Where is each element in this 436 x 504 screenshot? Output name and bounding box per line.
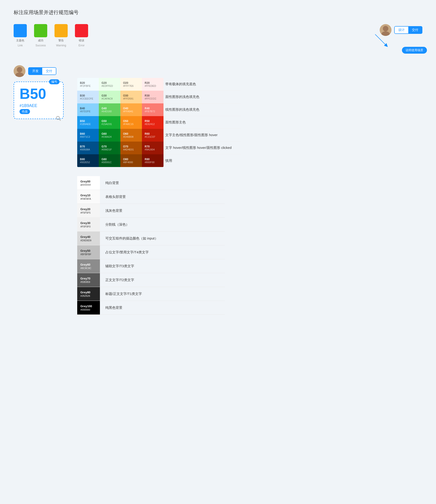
main-section: 开发 交付 编号 B50 #1B9AEE 色值 B20 #F2FBFE G20 … [14,65,422,167]
color-cell-g30: G30 #CAFAC8 [99,91,120,103]
cell-hex: #800F00 [145,161,161,164]
grey-desc-7: 正文文字/T2类文字 [100,273,225,287]
svg-point-3 [17,67,22,73]
cell-hex: #9A1604 [145,148,161,151]
svg-point-4 [15,73,24,77]
color-cell-b60: B60 #0071C2 [77,129,99,141]
color-cell-b30: B30 #CCEECFE [77,91,99,103]
grey-cell-9: Grey100 #000000 [77,301,100,315]
cell-name: O20 [123,81,139,84]
avatar-dev [14,65,26,77]
magnify-icon [56,116,61,122]
cell-hex: #FFF7E6 [123,84,139,87]
cell-name: G60 [101,132,118,135]
grey-row-grey20: Grey20 #F5F5F5 浅灰色背景 [77,204,225,218]
grey-row-grey50: Grey50 #BFBFBF 占位文字/禁用文字/T4类文字 [77,245,225,259]
swatch-sublabel-0: Link [18,44,23,47]
cell-hex: #8F4000 [123,161,139,164]
cell-hex: #C21C07 [145,135,161,138]
swatch-item-1: 成功 Success [34,24,47,47]
color-cell-g80: G80 #00591C [99,154,120,167]
cell-hex: #64D160 [101,110,118,113]
color-cell-r80: R80 #800F00 [142,154,164,167]
swatch-name-0: 主题色 [16,39,24,43]
cell-name: B80 [80,158,96,161]
swatch-item-2: 警告 Warning [54,24,68,47]
design-delivery-badge[interactable]: 设计 交付 [394,26,422,34]
cell-hex: #FA8C15 [123,123,139,125]
top-row: 主题色 Link 成功 Success 警告 Warning 错误 Error … [14,24,422,58]
swatch-item-3: 错误 Error [75,24,88,47]
swatch-sublabel-1: Success [36,44,46,47]
color-grid-area: B20 #F2FBFE G20 #EDFFED O20 #FFF7E6 R20 … [77,78,241,167]
grey-name-1: Grey10 [80,194,97,197]
grey-cell-5: Grey50 #BFBFBF [77,245,100,259]
dev-button[interactable]: 开发 [29,68,42,75]
cell-name: O60 [123,132,139,135]
swatch-item-0: 主题色 Link [14,24,27,47]
cell-name: B20 [80,81,96,84]
color-code: B50 [19,87,58,101]
grey-row-grey10: Grey10 #FAFAFA 表格头部背景 [77,190,225,204]
grey-cell-1: Grey10 #FAFAFA [77,190,100,204]
cell-name: G70 [101,145,118,148]
color-cell-o50: O50 #FA8C15 [120,116,142,129]
cell-name: R80 [145,158,161,161]
desc-item-5: 文字 hover/线性图形 hover/面性图形 clicked [164,141,241,154]
grey-row-grey60: Grey60 #8C8C8C 辅助文字/T3类文字 [77,259,225,273]
color-cell-r70: R70 #9A1604 [142,141,164,154]
svg-point-5 [56,116,60,120]
grey-row-grey70: Grey70 #595959 正文文字/T2类文字 [77,273,225,287]
cell-hex: #002E52 [80,161,96,164]
grey-desc-5: 占位文字/禁用文字/T4类文字 [100,245,225,259]
swatch-sublabel-2: Warning [56,44,66,47]
swatch-box-0 [14,24,27,37]
grey-name-3: Grey30 [80,221,97,225]
desc-item-4: 文字主色/线性图形/面性图形 hover [164,129,241,141]
dev-delivery-badge[interactable]: 开发 交付 [28,67,56,75]
color-cell-o60: O60 #D46B08 [120,129,142,141]
grey-hex-0: #FFFFFF [80,184,97,186]
delivery-button-dev[interactable]: 交付 [42,68,56,75]
grey-cell-4: Grey40 #D9D9D9 [77,232,100,245]
cell-hex: #FFEDED [145,84,161,87]
cell-name: G50 [101,120,118,123]
grey-cell-3: Grey30 #F0F0F0 [77,218,100,231]
delivery-button-design[interactable]: 交付 [408,27,422,33]
color-cell-o40: O40 #FFA941 [120,103,142,116]
grey-name-4: Grey40 [80,235,97,239]
color-cell-o80: O80 #8F4000 [120,154,142,167]
swatch-box-3 [75,24,88,37]
cell-name: G40 [101,107,118,110]
cell-hex: #CCEECFE [80,97,96,100]
color-cell-g70: G70 #006D1F [99,141,120,154]
color-cell-b70: B70 #00508A [77,141,99,154]
cell-name: O80 [123,158,139,161]
cell-name: B30 [80,94,96,97]
cell-hex: #FFA941 [123,110,139,113]
grey-row-grey40: Grey40 #D9D9D9 可交互组件的描边颜色（如 input） [77,232,225,245]
cell-name: B40 [80,107,96,110]
color-cell-b40: B40 #87D2FE [77,103,99,116]
cell-name: R30 [145,94,161,97]
desc-item-0: 带有载体的填充底色 [164,78,241,91]
cell-hex: #E62412 [145,123,161,125]
design-button[interactable]: 设计 [395,27,408,33]
cell-name: B50 [80,120,96,123]
grey-desc-2: 浅灰色背景 [100,204,225,217]
grey-name-9: Grey100 [80,305,97,308]
color-cell-r50: R50 #E62412 [142,116,164,129]
cell-hex: #FFCCCC [145,97,161,100]
cell-name: O70 [123,145,139,148]
desc-item-2: 线性图形的浅色填充色 [164,103,241,116]
grey-name-0: Grey00 [80,180,97,183]
swatch-name-1: 成功 [38,39,43,43]
cell-name: R60 [145,132,161,135]
grey-hex-8: #262626 [80,295,97,297]
tag-color-val: 色值 [19,109,30,114]
color-hex: #1B9AEE [19,103,58,108]
cell-name: O30 [123,94,139,97]
color-cell-g60: G60 #038A24 [99,129,120,141]
description-column: 带有载体的填充底色面性图形的浅色填充色线性图形的浅色填充色面性图形主色文字主色/… [164,78,241,167]
cell-hex: #1B9AEE [80,123,96,125]
